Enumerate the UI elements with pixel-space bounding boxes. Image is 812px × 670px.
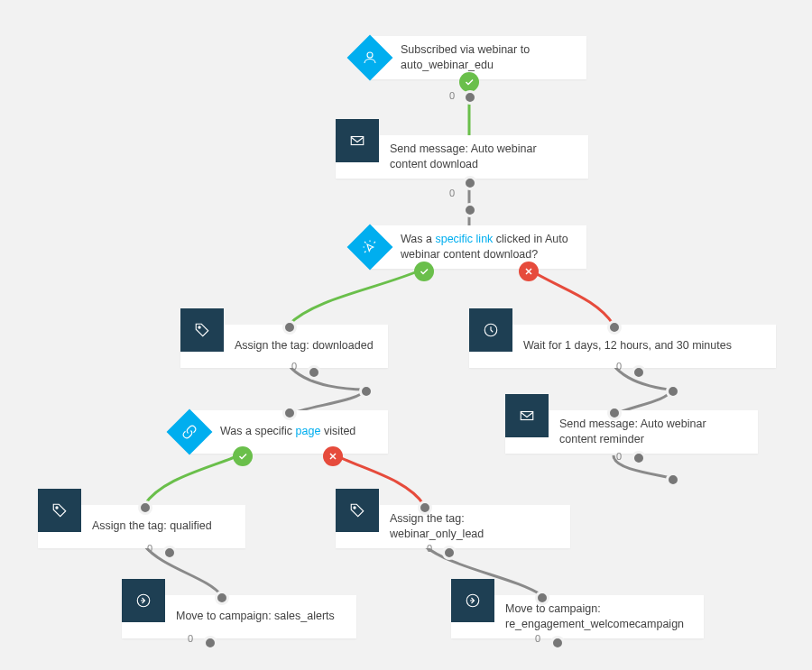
node-start-subscribed[interactable]: Subscribed via webinar to auto_webinar_e… — [370, 36, 586, 79]
badge-no — [519, 262, 539, 281]
connector-dot[interactable] — [359, 384, 374, 399]
connector-dot[interactable] — [550, 636, 565, 650]
node-text: Assign the tag: webinar_only_lead — [390, 511, 556, 543]
node-text: Send message: Auto webinar content downl… — [390, 142, 574, 173]
connector-count: 0 — [188, 633, 193, 644]
connector-dot[interactable] — [203, 636, 217, 650]
connector-dot[interactable] — [442, 546, 457, 560]
svg-point-6 — [354, 507, 355, 509]
link-specific-link[interactable]: specific link — [435, 233, 493, 245]
connector-dot[interactable] — [162, 546, 177, 560]
tag-icon — [38, 489, 81, 532]
badge-yes — [233, 446, 253, 466]
mail-icon — [505, 394, 549, 437]
connector-dot[interactable] — [535, 591, 549, 605]
connector-count: 0 — [616, 451, 622, 462]
tag-icon — [336, 489, 379, 532]
svg-rect-1 — [351, 137, 364, 145]
connector-dot[interactable] — [607, 406, 622, 420]
connector-dot[interactable] — [282, 406, 297, 420]
connector-count: 0 — [291, 361, 297, 372]
svg-point-5 — [56, 507, 58, 509]
node-text: Move to campaign: sales_alerts — [176, 609, 335, 625]
node-text: Was a specific link clicked in Auto webi… — [370, 225, 586, 269]
arrow-circle-icon — [451, 579, 494, 622]
connector-dot[interactable] — [632, 365, 646, 380]
connector-dot[interactable] — [632, 451, 646, 465]
connector-dot[interactable] — [666, 384, 680, 399]
clock-icon — [469, 308, 512, 352]
connector-count: 0 — [147, 543, 152, 554]
connector-dot[interactable] — [307, 365, 321, 380]
connector-count: 0 — [427, 543, 432, 554]
svg-point-0 — [367, 52, 373, 58]
node-send-message-2[interactable]: Send message: Auto webinar content remin… — [505, 410, 758, 454]
node-text: Assign the tag: downloaded — [235, 338, 374, 354]
node-text: Send message: Auto webinar content remin… — [559, 417, 743, 448]
node-move-campaign-reengagement[interactable]: Move to campaign: re_engagement_welcomec… — [451, 595, 704, 638]
mail-icon — [336, 119, 379, 162]
connector-dot[interactable] — [607, 320, 622, 335]
node-move-campaign-sales[interactable]: Move to campaign: sales_alerts — [122, 595, 356, 638]
arrow-circle-icon — [122, 579, 165, 622]
node-text: Subscribed via webinar to auto_webinar_e… — [401, 42, 572, 74]
connector-count: 0 — [449, 90, 455, 101]
connector-count: 0 — [616, 361, 622, 372]
svg-point-2 — [198, 326, 200, 328]
connector-dot[interactable] — [138, 500, 152, 515]
connector-dot[interactable] — [666, 473, 680, 487]
node-text: Assign the tag: qualified — [92, 519, 212, 535]
connector-dot[interactable] — [215, 591, 229, 605]
workflow-canvas[interactable]: Subscribed via webinar to auto_webinar_e… — [0, 0, 812, 670]
badge-no — [323, 446, 343, 466]
connector-dot[interactable] — [463, 203, 477, 217]
node-text: Was a specific page visited — [189, 410, 370, 454]
node-assign-tag-webinar-lead[interactable]: Assign the tag: webinar_only_lead — [336, 505, 570, 548]
node-condition-link-clicked[interactable]: Was a specific link clicked in Auto webi… — [370, 225, 586, 269]
svg-rect-4 — [521, 412, 533, 420]
connector-dot[interactable] — [418, 500, 432, 515]
node-send-message-1[interactable]: Send message: Auto webinar content downl… — [336, 135, 588, 179]
badge-yes — [414, 262, 434, 281]
link-page[interactable]: page — [296, 425, 321, 437]
connector-dot[interactable] — [282, 320, 297, 335]
badge-yes — [459, 72, 479, 92]
connector-dot[interactable] — [463, 90, 477, 105]
tag-icon — [180, 308, 224, 352]
node-wait[interactable]: Wait for 1 days, 12 hours, and 30 minute… — [469, 325, 776, 368]
node-text: Move to campaign: re_engagement_welcomec… — [505, 601, 689, 633]
connector-count: 0 — [449, 188, 455, 198]
connector-count: 0 — [535, 633, 540, 644]
connector-dot[interactable] — [463, 176, 477, 190]
node-text: Wait for 1 days, 12 hours, and 30 minute… — [523, 338, 732, 354]
